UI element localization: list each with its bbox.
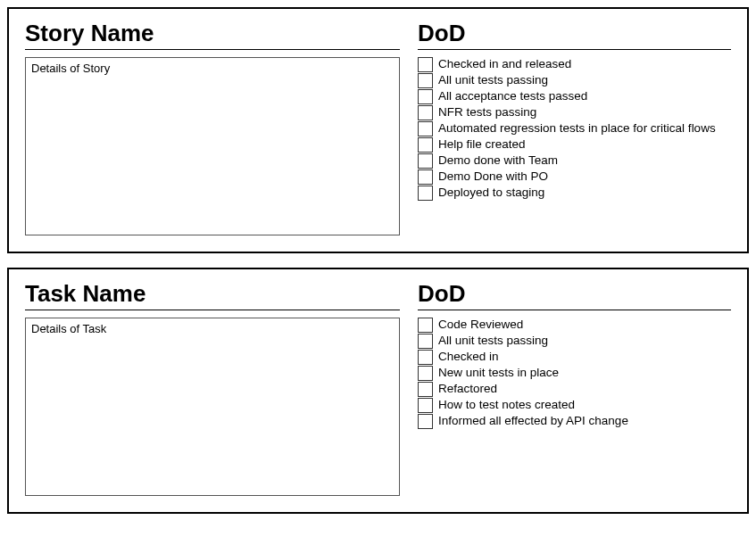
checkbox[interactable] [418, 334, 433, 349]
story-dod-title: DoD [418, 20, 731, 50]
checklist-item: Automated regression tests in place for … [418, 121, 731, 136]
checkbox[interactable] [418, 121, 433, 136]
checklist-label: How to test notes created [438, 398, 575, 412]
task-details-label: Details of Task [31, 322, 106, 335]
task-left-column: Task Name Details of Task [25, 280, 400, 496]
checklist-label: Demo Done with PO [438, 169, 548, 184]
checkbox[interactable] [418, 137, 433, 153]
story-right-column: DoD Checked in and released All unit tes… [418, 20, 731, 235]
checklist-label: Help file created [438, 137, 526, 152]
checklist-item: Help file created [418, 137, 731, 153]
story-left-column: Story Name Details of Story [25, 20, 400, 235]
checkbox[interactable] [418, 73, 433, 88]
checklist-label: Checked in and released [438, 57, 571, 71]
task-dod-checklist: Code Reviewed All unit tests passing Che… [418, 318, 731, 429]
checklist-label: All unit tests passing [438, 73, 548, 87]
checklist-item: Demo Done with PO [418, 169, 731, 185]
checklist-label: Refactored [438, 382, 497, 396]
task-title: Task Name [25, 280, 400, 310]
checklist-label: All acceptance tests passed [438, 89, 587, 103]
checklist-item: NFR tests passing [418, 105, 731, 120]
checklist-item: Demo done with Team [418, 153, 731, 169]
task-right-column: DoD Code Reviewed All unit tests passing… [418, 280, 731, 496]
checkbox[interactable] [418, 398, 433, 413]
checklist-label: NFR tests passing [438, 105, 536, 120]
checkbox[interactable] [418, 57, 433, 72]
checklist-label: Automated regression tests in place for … [438, 121, 716, 136]
checklist-item: Deployed to staging [418, 186, 731, 201]
checklist-item: Informed all effected by API change [418, 414, 731, 429]
checkbox[interactable] [418, 382, 433, 397]
checklist-item: How to test notes created [418, 398, 731, 413]
checklist-label: Informed all effected by API change [438, 414, 628, 428]
checkbox[interactable] [418, 366, 433, 381]
checklist-item: Checked in [418, 350, 731, 365]
checkbox[interactable] [418, 105, 433, 120]
checkbox[interactable] [418, 169, 433, 185]
checklist-item: Checked in and released [418, 57, 731, 72]
story-card: Story Name Details of Story DoD Checked … [7, 7, 749, 253]
story-title: Story Name [25, 20, 400, 50]
checkbox[interactable] [418, 89, 433, 104]
checklist-label: New unit tests in place [438, 366, 559, 380]
story-details-label: Details of Story [31, 62, 110, 75]
checklist-item: Refactored [418, 382, 731, 397]
checkbox[interactable] [418, 414, 433, 429]
checklist-label: Demo done with Team [438, 153, 558, 168]
checklist-item: All unit tests passing [418, 334, 731, 349]
checklist-item: All acceptance tests passed [418, 89, 731, 104]
checklist-item: New unit tests in place [418, 366, 731, 381]
checklist-label: Checked in [438, 350, 499, 364]
checkbox[interactable] [418, 350, 433, 365]
story-details-box[interactable]: Details of Story [25, 57, 400, 235]
checklist-item: Code Reviewed [418, 318, 731, 333]
checklist-item: All unit tests passing [418, 73, 731, 88]
checklist-label: Deployed to staging [438, 186, 544, 200]
checklist-label: Code Reviewed [438, 318, 523, 332]
checkbox[interactable] [418, 153, 433, 169]
checkbox[interactable] [418, 186, 433, 201]
task-card: Task Name Details of Task DoD Code Revie… [7, 268, 749, 514]
task-details-box[interactable]: Details of Task [25, 318, 400, 496]
story-dod-checklist: Checked in and released All unit tests p… [418, 57, 731, 201]
checklist-label: All unit tests passing [438, 334, 548, 348]
task-dod-title: DoD [418, 280, 731, 310]
checkbox[interactable] [418, 318, 433, 333]
